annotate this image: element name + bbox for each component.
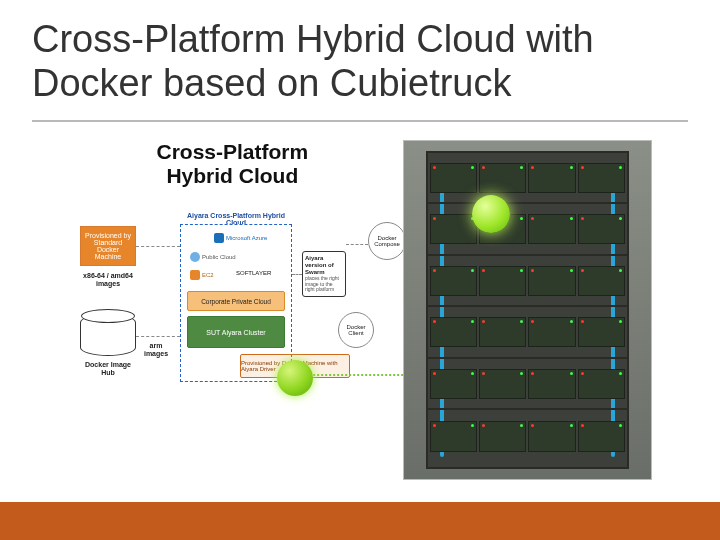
item-softlayer: SOFTLAYER bbox=[233, 269, 283, 277]
footer-bar bbox=[0, 502, 720, 540]
led-red bbox=[433, 269, 436, 272]
dash-connector bbox=[346, 244, 368, 245]
softlayer-label: SOFTLAYER bbox=[236, 270, 271, 276]
public-cloud-label: Public Cloud bbox=[202, 254, 236, 260]
rack-board bbox=[578, 421, 625, 452]
rack-board bbox=[578, 266, 625, 296]
led-red bbox=[433, 424, 436, 427]
cloud-icon bbox=[190, 252, 200, 262]
rack-board bbox=[479, 317, 526, 347]
rack-shelf bbox=[428, 204, 627, 255]
label-arm-images: arm images bbox=[138, 342, 174, 357]
rack-board bbox=[430, 163, 477, 193]
circle-docker-compose: Docker Compose bbox=[368, 222, 406, 260]
ec2-icon bbox=[190, 270, 200, 280]
rack-board bbox=[430, 214, 477, 244]
azure-label: Microsoft Azure bbox=[226, 235, 267, 241]
led-red bbox=[482, 217, 485, 220]
rack-board bbox=[430, 317, 477, 347]
led-green bbox=[471, 320, 474, 323]
item-public-cloud: Public Cloud bbox=[187, 251, 239, 263]
rack-inner bbox=[426, 151, 629, 469]
docker-machine-label: Provisioned by Standard Docker Machine bbox=[83, 232, 133, 260]
led-green bbox=[619, 166, 622, 169]
dash-connector bbox=[136, 246, 180, 247]
diagram: Cross-Platform Hybrid Cloud Provisioned … bbox=[80, 140, 385, 480]
led-red bbox=[581, 269, 584, 272]
label-x86: x86-64 / amd64 images bbox=[80, 272, 136, 287]
led-red bbox=[581, 372, 584, 375]
rack-board bbox=[430, 266, 477, 296]
slide-title: Cross-Platform Hybrid Cloud with Docker … bbox=[32, 18, 688, 105]
led-green bbox=[471, 269, 474, 272]
led-red bbox=[531, 424, 534, 427]
led-green bbox=[619, 372, 622, 375]
rack-board bbox=[528, 421, 575, 452]
led-red bbox=[581, 217, 584, 220]
led-red bbox=[482, 269, 485, 272]
led-green bbox=[619, 320, 622, 323]
rack-board bbox=[479, 369, 526, 399]
cylinder-image-hub bbox=[80, 314, 136, 356]
rack-board bbox=[479, 421, 526, 452]
led-green bbox=[520, 217, 523, 220]
led-green bbox=[520, 372, 523, 375]
led-green bbox=[570, 217, 573, 220]
led-red bbox=[581, 166, 584, 169]
rack-board bbox=[479, 214, 526, 244]
slide: Cross-Platform Hybrid Cloud with Docker … bbox=[0, 0, 720, 540]
led-green bbox=[570, 320, 573, 323]
diagram-heading-line2: Hybrid Cloud bbox=[166, 164, 298, 187]
led-red bbox=[531, 217, 534, 220]
rack-shelf bbox=[428, 256, 627, 307]
rack-board bbox=[479, 266, 526, 296]
led-red bbox=[531, 320, 534, 323]
led-green bbox=[471, 424, 474, 427]
box-corporate-cloud: Corporate Private Cloud bbox=[187, 291, 285, 311]
led-red bbox=[433, 166, 436, 169]
box-sut-cluster: SUT Aiyara Cluster bbox=[187, 316, 285, 348]
diagram-heading-line1: Cross-Platform bbox=[157, 140, 309, 163]
rack-board bbox=[528, 214, 575, 244]
led-red bbox=[531, 372, 534, 375]
diagram-heading: Cross-Platform Hybrid Cloud bbox=[80, 140, 385, 188]
rack-board bbox=[578, 214, 625, 244]
item-ec2: EC2 bbox=[187, 269, 217, 281]
led-green bbox=[570, 372, 573, 375]
rack-photo bbox=[403, 140, 652, 480]
rack-board bbox=[578, 163, 625, 193]
led-green bbox=[471, 166, 474, 169]
led-green bbox=[520, 320, 523, 323]
led-red bbox=[482, 424, 485, 427]
label-image-hub: Docker Image Hub bbox=[80, 361, 136, 376]
ec2-label: EC2 bbox=[202, 272, 214, 278]
led-green bbox=[520, 424, 523, 427]
led-green bbox=[570, 424, 573, 427]
rack-shelf bbox=[428, 410, 627, 461]
led-green bbox=[619, 217, 622, 220]
led-green bbox=[570, 269, 573, 272]
led-red bbox=[482, 166, 485, 169]
box-docker-machine: Provisioned by Standard Docker Machine bbox=[80, 226, 136, 266]
azure-icon bbox=[214, 233, 224, 243]
rack-shelf bbox=[428, 359, 627, 410]
rack-board bbox=[528, 317, 575, 347]
led-green bbox=[471, 217, 474, 220]
rack-frame bbox=[403, 140, 652, 480]
rack-shelf bbox=[428, 153, 627, 204]
led-red bbox=[531, 269, 534, 272]
corporate-label: Corporate Private Cloud bbox=[201, 298, 271, 305]
swarm-title: Aiyara version of Swarm bbox=[305, 255, 343, 276]
led-green bbox=[471, 372, 474, 375]
led-green bbox=[619, 269, 622, 272]
led-green bbox=[570, 166, 573, 169]
rack-board bbox=[578, 369, 625, 399]
led-red bbox=[482, 320, 485, 323]
rack-board bbox=[528, 266, 575, 296]
rack-board bbox=[430, 369, 477, 399]
led-red bbox=[433, 372, 436, 375]
rack-board bbox=[528, 163, 575, 193]
led-red bbox=[531, 166, 534, 169]
led-green bbox=[520, 166, 523, 169]
rack-board bbox=[479, 163, 526, 193]
